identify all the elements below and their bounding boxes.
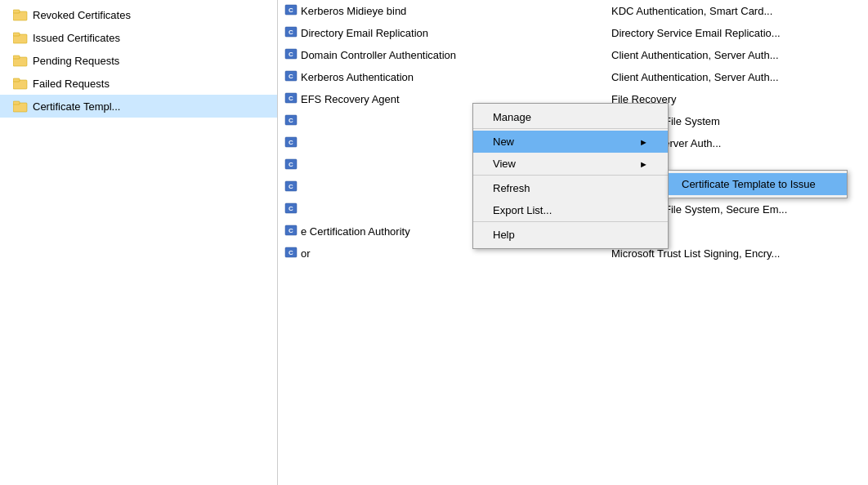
menu-item-help[interactable]: Help	[473, 224, 668, 246]
svg-rect-9	[13, 101, 20, 105]
menu-item-view[interactable]: View ►	[473, 153, 668, 176]
sidebar-item-pending-requests[interactable]: Pending Requests	[0, 49, 277, 72]
sidebar-item-certificate-templates[interactable]: Certificate Templ...	[0, 95, 277, 118]
main-container: Revoked Certificates Issued Certificates…	[0, 0, 868, 485]
svg-text:C: C	[289, 7, 293, 14]
row-purpose: Microsoft Trust List Signing, Encry...	[611, 247, 861, 260]
submenu-arrow-icon: ►	[639, 137, 648, 147]
menu-item-export-list[interactable]: Export List...	[473, 199, 668, 222]
content-area: C Kerberos Midieye bind KDC Authenticati…	[278, 0, 868, 485]
row-icon: C	[284, 224, 301, 239]
row-name: or	[301, 247, 611, 260]
menu-item-view-label: View	[493, 158, 516, 170]
svg-text:C: C	[289, 227, 293, 234]
folder-icon-open	[13, 100, 28, 113]
sidebar-item-label: Certificate Templ...	[33, 100, 120, 113]
row-icon: C	[284, 3, 301, 19]
svg-text:C: C	[289, 183, 293, 190]
sidebar-item-label: Pending Requests	[33, 55, 119, 67]
menu-item-manage-label: Manage	[493, 111, 531, 123]
menu-item-manage[interactable]: Manage	[473, 106, 668, 129]
svg-text:C: C	[289, 139, 293, 146]
sidebar-item-issued-certificates[interactable]: Issued Certificates	[0, 26, 277, 49]
menu-item-refresh-label: Refresh	[493, 182, 530, 194]
menu-item-new[interactable]: New ► Certificate Template to Issue	[473, 131, 668, 153]
row-name: Kerberos Midieye bind	[301, 5, 611, 17]
svg-text:C: C	[289, 29, 293, 36]
submenu: Certificate Template to Issue	[668, 170, 848, 198]
svg-rect-1	[13, 10, 20, 13]
svg-rect-7	[13, 78, 20, 82]
svg-text:C: C	[289, 249, 293, 256]
row-icon: C	[284, 25, 301, 41]
row-icon: C	[284, 246, 301, 261]
menu-item-refresh[interactable]: Refresh	[473, 177, 668, 199]
row-icon: C	[284, 158, 301, 173]
row-name: Domain Controller Authentication	[301, 49, 611, 61]
folder-icon	[13, 77, 28, 90]
row-name: Directory Email Replication	[301, 27, 611, 39]
svg-text:C: C	[289, 73, 293, 80]
row-icon: C	[284, 202, 301, 217]
svg-rect-3	[13, 33, 20, 36]
row-icon: C	[284, 91, 301, 107]
folder-icon	[13, 31, 28, 44]
row-name: Kerberos Authentication	[301, 71, 611, 83]
row-icon: C	[284, 136, 301, 151]
row-icon: C	[284, 69, 301, 85]
sidebar: Revoked Certificates Issued Certificates…	[0, 0, 278, 485]
table-row[interactable]: C Kerberos Midieye bind KDC Authenticati…	[278, 0, 868, 22]
row-purpose: KDC Authentication, Smart Card...	[611, 5, 861, 17]
sidebar-item-failed-requests[interactable]: Failed Requests	[0, 72, 277, 95]
svg-text:C: C	[289, 95, 293, 102]
submenu-item-label: Certificate Template to Issue	[682, 178, 816, 190]
row-icon: C	[284, 113, 301, 129]
sidebar-item-label: Issued Certificates	[33, 32, 120, 44]
svg-text:C: C	[289, 117, 293, 124]
svg-text:C: C	[289, 205, 293, 212]
table-row[interactable]: C Directory Email Replication Directory …	[278, 22, 868, 44]
menu-item-export-list-label: Export List...	[493, 204, 552, 216]
menu-item-help-label: Help	[493, 229, 515, 241]
sidebar-item-label: Revoked Certificates	[33, 9, 131, 21]
row-purpose: Directory Service Email Replicatio...	[611, 27, 861, 39]
table-row[interactable]: C Domain Controller Authentication Clien…	[278, 44, 868, 66]
svg-text:C: C	[289, 51, 293, 58]
folder-icon	[13, 54, 28, 67]
submenu-item-cert-template[interactable]: Certificate Template to Issue	[669, 173, 847, 195]
svg-text:C: C	[289, 161, 293, 168]
submenu-arrow-icon: ►	[639, 159, 648, 169]
sidebar-item-revoked-certificates[interactable]: Revoked Certificates	[0, 3, 277, 26]
row-purpose: Client Authentication, Server Auth...	[611, 49, 861, 61]
folder-icon	[13, 8, 28, 21]
menu-item-new-label: New	[493, 136, 514, 148]
sidebar-item-label: Failed Requests	[33, 78, 110, 90]
row-purpose: Client Authentication, Server Auth...	[611, 71, 861, 83]
table-row[interactable]: C Kerberos Authentication Client Authent…	[278, 66, 868, 88]
svg-rect-5	[13, 56, 20, 59]
row-icon: C	[284, 47, 301, 63]
context-menu: Manage New ► Certificate Template to Iss…	[472, 103, 669, 249]
row-icon: C	[284, 180, 301, 195]
